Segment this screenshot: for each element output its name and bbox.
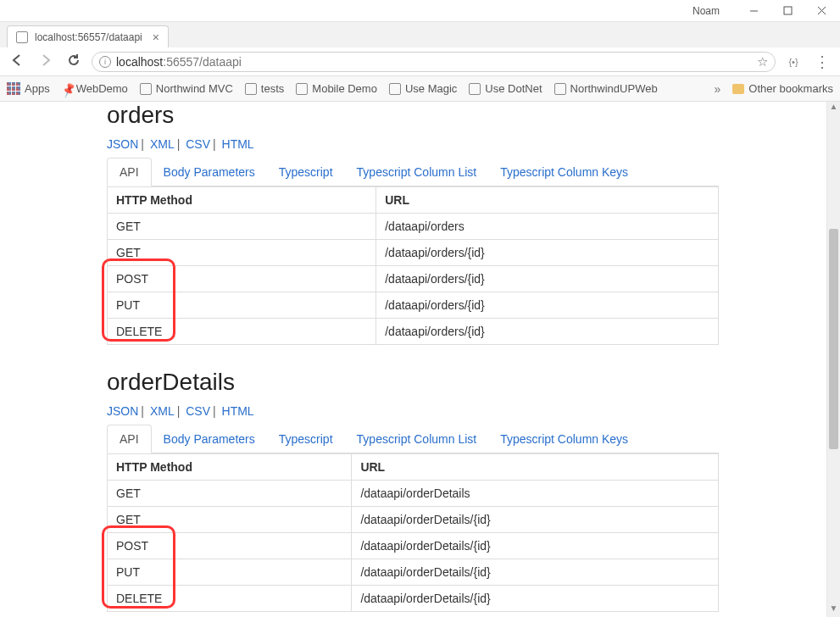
inner-tabs: API Body Parameters Typescript Typescrip… bbox=[107, 158, 719, 186]
api-table-orders: HTTP Method URL GET/dataapi/orders GET/d… bbox=[107, 186, 719, 345]
bookmark-item[interactable]: NorthwindUPWeb bbox=[554, 82, 658, 95]
tab-close-icon[interactable]: × bbox=[153, 31, 159, 44]
format-link-json[interactable]: JSON bbox=[107, 137, 138, 151]
section-orderdetails: orderDetails JSON| XML| CSV| HTML API Bo… bbox=[107, 369, 719, 612]
table-row: GET/dataapi/orderDetails bbox=[108, 481, 719, 507]
table-row: DELETE/dataapi/orderDetails/{id} bbox=[108, 586, 719, 612]
folder-icon bbox=[732, 84, 744, 94]
browser-menu-button[interactable]: ⋮ bbox=[811, 53, 833, 71]
file-icon bbox=[140, 83, 152, 95]
tab-typescript-column-list[interactable]: Typescript Column List bbox=[345, 425, 489, 453]
table-row: GET/dataapi/orderDetails/{id} bbox=[108, 507, 719, 533]
bookmarks-bar: Apps 📌 WebDemo Northwind MVC tests Mobil… bbox=[0, 76, 840, 102]
col-url-header: URL bbox=[352, 454, 719, 481]
tab-typescript-column-keys[interactable]: Typescript Column Keys bbox=[488, 425, 640, 453]
format-links: JSON| XML| CSV| HTML bbox=[107, 404, 719, 418]
other-bookmarks-button[interactable]: Other bookmarks bbox=[732, 82, 833, 95]
browser-tab[interactable]: localhost:56557/dataapi × bbox=[7, 25, 169, 47]
tab-api[interactable]: API bbox=[107, 158, 152, 186]
apps-button[interactable]: Apps bbox=[7, 82, 50, 96]
format-links: JSON| XML| CSV| HTML bbox=[107, 137, 719, 151]
format-link-csv[interactable]: CSV bbox=[186, 404, 210, 418]
table-row: GET/dataapi/orders/{id} bbox=[108, 240, 719, 266]
extension-icon[interactable]: {•} bbox=[784, 57, 803, 67]
inner-tabs: API Body Parameters Typescript Typescrip… bbox=[107, 425, 719, 453]
table-row: DELETE/dataapi/orders/{id} bbox=[108, 319, 719, 345]
tab-body-parameters[interactable]: Body Parameters bbox=[152, 158, 267, 186]
tab-body-parameters[interactable]: Body Parameters bbox=[152, 425, 267, 453]
scroll-down-arrow-icon[interactable]: ▼ bbox=[827, 603, 840, 617]
tab-favicon-icon bbox=[16, 31, 28, 43]
window-titlebar: Noam bbox=[0, 0, 840, 22]
file-icon bbox=[469, 83, 481, 95]
table-row: PUT/dataapi/orderDetails/{id} bbox=[108, 559, 719, 586]
toolbar: i localhost:56557/dataapi ☆ {•} ⋮ bbox=[0, 47, 840, 76]
bookmark-item[interactable]: tests bbox=[245, 82, 284, 95]
api-table-orderdetails: HTTP Method URL GET/dataapi/orderDetails… bbox=[107, 453, 719, 612]
minimize-button[interactable] bbox=[737, 0, 770, 22]
bookmark-item[interactable]: Mobile Demo bbox=[296, 82, 377, 95]
file-icon bbox=[389, 83, 401, 95]
format-link-json[interactable]: JSON bbox=[107, 404, 138, 418]
pin-icon: 📌 bbox=[60, 82, 73, 95]
bookmark-item[interactable]: 📌 WebDemo bbox=[62, 82, 128, 95]
table-row: PUT/dataapi/orders/{id} bbox=[108, 292, 719, 319]
format-link-html[interactable]: HTML bbox=[222, 404, 254, 418]
apps-label: Apps bbox=[25, 82, 50, 95]
bookmarks-overflow-button[interactable]: » bbox=[715, 82, 721, 96]
file-icon bbox=[296, 83, 308, 95]
back-button[interactable] bbox=[7, 53, 27, 70]
forward-button[interactable] bbox=[36, 53, 56, 70]
file-icon bbox=[245, 83, 257, 95]
file-icon bbox=[554, 83, 566, 95]
scroll-up-arrow-icon[interactable]: ▲ bbox=[827, 102, 840, 115]
format-link-html[interactable]: HTML bbox=[222, 137, 254, 151]
col-method-header: HTTP Method bbox=[108, 454, 352, 481]
section-orders: orders JSON| XML| CSV| HTML API Body Par… bbox=[107, 102, 719, 345]
bookmark-item[interactable]: Northwind MVC bbox=[140, 82, 233, 95]
tab-typescript-column-keys[interactable]: Typescript Column Keys bbox=[488, 158, 640, 186]
window-user: Noam bbox=[693, 5, 720, 17]
table-row: GET/dataapi/orders bbox=[108, 214, 719, 240]
table-header-row: HTTP Method URL bbox=[108, 454, 719, 481]
format-link-csv[interactable]: CSV bbox=[186, 137, 210, 151]
url-text: localhost:56557/dataapi bbox=[116, 55, 242, 69]
section-title: orderDetails bbox=[107, 369, 719, 396]
bookmark-star-icon[interactable]: ☆ bbox=[757, 54, 768, 69]
bookmark-item[interactable]: Use DotNet bbox=[469, 82, 542, 95]
site-info-icon[interactable]: i bbox=[99, 56, 111, 68]
vertical-scrollbar[interactable]: ▲ ▼ bbox=[826, 102, 840, 617]
address-bar[interactable]: i localhost:56557/dataapi ☆ bbox=[92, 52, 776, 72]
table-row: POST/dataapi/orders/{id} bbox=[108, 266, 719, 292]
tab-api[interactable]: API bbox=[107, 425, 152, 453]
reload-button[interactable] bbox=[64, 53, 83, 69]
table-row: POST/dataapi/orderDetails/{id} bbox=[108, 533, 719, 559]
tab-typescript[interactable]: Typescript bbox=[267, 425, 345, 453]
table-header-row: HTTP Method URL bbox=[108, 187, 719, 214]
format-link-xml[interactable]: XML bbox=[150, 404, 175, 418]
col-method-header: HTTP Method bbox=[108, 187, 376, 214]
tab-typescript[interactable]: Typescript bbox=[267, 158, 345, 186]
format-link-xml[interactable]: XML bbox=[150, 137, 175, 151]
svg-rect-1 bbox=[784, 7, 792, 14]
tab-typescript-column-list[interactable]: Typescript Column List bbox=[345, 158, 489, 186]
maximize-button[interactable] bbox=[770, 0, 804, 22]
close-window-button[interactable] bbox=[804, 0, 838, 22]
tab-title: localhost:56557/dataapi bbox=[35, 31, 142, 43]
scrollbar-thumb[interactable] bbox=[829, 229, 838, 449]
apps-grid-icon bbox=[7, 82, 20, 96]
col-url-header: URL bbox=[376, 187, 719, 214]
page-viewport: orders JSON| XML| CSV| HTML API Body Par… bbox=[0, 102, 826, 617]
section-title: orders bbox=[107, 102, 719, 129]
bookmark-item[interactable]: Use Magic bbox=[389, 82, 457, 95]
tab-strip: localhost:56557/dataapi × bbox=[0, 22, 840, 47]
